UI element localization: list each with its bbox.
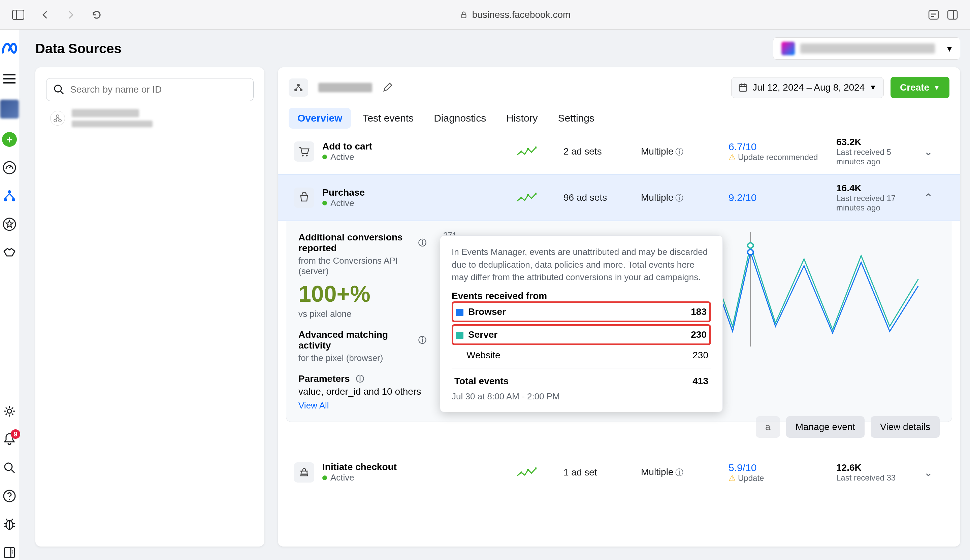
events-icon[interactable] <box>2 188 17 203</box>
gauge-icon[interactable] <box>2 160 17 175</box>
pixel-chip[interactable] <box>288 78 308 97</box>
view-details-button[interactable]: View details <box>871 416 940 438</box>
reload-icon[interactable] <box>92 10 102 20</box>
svg-point-16 <box>12 198 15 202</box>
business-avatar[interactable] <box>0 100 19 118</box>
svg-line-37 <box>58 118 60 119</box>
search-rail-icon[interactable] <box>2 460 17 475</box>
purchase-icon <box>294 188 314 208</box>
expand-icon[interactable]: ⌄ <box>924 145 944 158</box>
expand-icon[interactable]: ⌄ <box>924 466 944 479</box>
manage-event-button[interactable]: Manage event <box>786 416 865 438</box>
data-sources-panel <box>35 67 264 547</box>
handshake-icon[interactable] <box>2 245 17 260</box>
event-row[interactable]: Initiate checkout Active 1 ad set Multip… <box>278 453 960 491</box>
info-icon[interactable]: ⓘ <box>418 335 427 345</box>
settings-icon[interactable] <box>2 404 17 418</box>
data-source-item[interactable] <box>46 101 253 135</box>
tab-test-events[interactable]: Test events <box>353 108 422 128</box>
conv-sub: from the Conversions API (server) <box>298 256 427 277</box>
sparkline-icon <box>516 466 537 479</box>
svg-point-50 <box>527 148 529 150</box>
event-count: 12.6K <box>836 462 917 473</box>
info-icon[interactable]: ⓘ <box>675 468 683 477</box>
info-icon[interactable]: ⓘ <box>675 193 683 202</box>
view-all-link[interactable]: View All <box>298 400 329 411</box>
page-title: Data Sources <box>35 41 122 56</box>
info-icon[interactable]: ⓘ <box>675 147 683 156</box>
notifications-icon[interactable]: 9 <box>2 432 17 447</box>
pixel-icon <box>50 111 65 126</box>
event-row[interactable]: Add to cart Active 2 ad sets Multipleⓘ 6… <box>278 128 960 175</box>
tabs-icon[interactable] <box>947 10 958 20</box>
edit-icon[interactable] <box>382 83 392 93</box>
svg-point-15 <box>4 198 7 202</box>
svg-point-20 <box>7 409 12 413</box>
tooltip-time: Jul 30 at 8:00 AM - 2:00 PM <box>452 391 711 402</box>
info-icon[interactable]: ⓘ <box>356 373 364 384</box>
info-icon[interactable]: ⓘ <box>418 237 427 248</box>
ad-sets: 2 ad sets <box>563 146 634 157</box>
search-box[interactable] <box>46 78 253 101</box>
event-count: 63.2K <box>836 137 917 147</box>
score-note: Update <box>738 473 764 483</box>
svg-rect-43 <box>739 85 747 91</box>
business-selector[interactable]: ▾ <box>773 37 960 60</box>
panel-icon[interactable] <box>2 545 17 560</box>
url-bar[interactable]: business.facebook.com <box>112 10 917 20</box>
create-label: Create <box>900 82 929 93</box>
meta-logo[interactable] <box>0 39 19 58</box>
warning-icon: ⚠ <box>728 473 736 483</box>
notification-badge: 9 <box>11 429 20 439</box>
back-icon[interactable] <box>40 10 50 20</box>
svg-point-24 <box>9 499 10 500</box>
bug-icon[interactable] <box>2 517 17 532</box>
svg-line-36 <box>55 118 58 119</box>
svg-point-14 <box>8 190 11 193</box>
ad-sets: 1 ad set <box>563 467 634 478</box>
btn-cut[interactable]: a <box>756 416 780 438</box>
search-input[interactable] <box>70 84 247 95</box>
svg-point-38 <box>297 84 300 87</box>
conv-title: Additional conversions reported <box>298 232 412 253</box>
cart-icon <box>294 142 314 162</box>
events-panel: Jul 12, 2024 – Aug 8, 2024 ▼ Create ▼ Ov… <box>278 67 960 547</box>
tabs: Overview Test events Diagnostics History… <box>278 108 960 128</box>
tab-diagnostics[interactable]: Diagnostics <box>425 108 495 128</box>
match-score[interactable]: 9.2/10 <box>728 192 830 203</box>
tooltip-row-website: Website 230 <box>452 345 711 365</box>
chevron-down-icon: ▼ <box>869 83 877 92</box>
pixel-name-redacted <box>318 83 372 92</box>
svg-line-18 <box>10 193 13 198</box>
star-icon[interactable] <box>2 217 17 232</box>
chart-tooltip: In Events Manager, events are unattribut… <box>440 235 723 412</box>
menu-icon[interactable] <box>2 72 17 86</box>
svg-point-48 <box>306 155 308 157</box>
create-button[interactable]: Create ▼ <box>890 77 950 98</box>
svg-rect-27 <box>4 548 15 558</box>
reader-icon[interactable] <box>928 10 939 20</box>
tab-history[interactable]: History <box>497 108 546 128</box>
match-score[interactable]: 5.9/10 <box>728 462 830 473</box>
match-score[interactable]: 6.7/10 <box>728 141 830 153</box>
svg-rect-7 <box>948 10 957 19</box>
svg-rect-2 <box>462 14 466 18</box>
svg-line-41 <box>296 87 298 88</box>
svg-point-49 <box>520 150 522 153</box>
svg-line-22 <box>12 470 15 473</box>
left-nav-rail: + 9 <box>0 30 19 560</box>
event-row[interactable]: Purchase Active 96 ad sets Multipleⓘ 9.2… <box>278 175 960 221</box>
tab-settings[interactable]: Settings <box>549 108 603 128</box>
add-button[interactable]: + <box>2 132 17 147</box>
collapse-icon[interactable]: ⌃ <box>924 191 944 204</box>
sidebar-toggle-icon[interactable] <box>12 10 24 20</box>
integration: Multiple <box>641 192 673 203</box>
event-received: Last received 33 <box>836 473 897 483</box>
warning-icon: ⚠ <box>728 153 736 162</box>
date-range-picker[interactable]: Jul 12, 2024 – Aug 8, 2024 ▼ <box>731 77 884 98</box>
event-name: Purchase <box>322 187 365 198</box>
pixel-chip-icon <box>293 83 303 93</box>
tab-overview[interactable]: Overview <box>288 108 351 128</box>
help-icon[interactable] <box>2 488 17 503</box>
score-note: Update recommended <box>738 153 818 162</box>
